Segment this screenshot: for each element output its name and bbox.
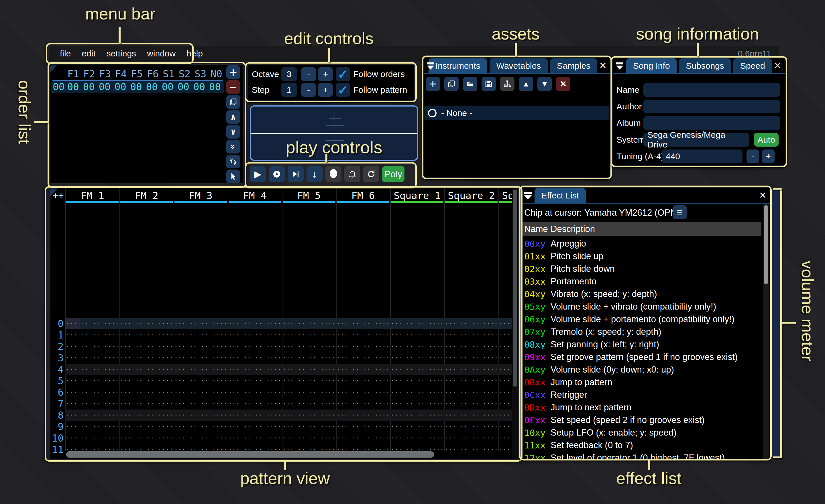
screenshot-root: fileeditsettingswindowhelp 0.6pre11 F1F2… — [0, 0, 825, 504]
annotation-order-list-box — [48, 62, 246, 188]
oscilloscope-tick — [329, 118, 341, 118]
annotation-leader-line — [325, 154, 327, 162]
annotation-leader-line — [34, 121, 48, 123]
annotation-edit-controls-box — [245, 62, 417, 102]
volume-meter — [772, 189, 778, 458]
annotation-pattern-view-box — [45, 186, 523, 461]
annotation-order-list-label: order list — [15, 80, 34, 144]
annotation-assets-box — [422, 56, 612, 179]
annotation-play-controls-label: play controls — [286, 138, 382, 157]
annotation-menu-bar-box — [46, 43, 194, 64]
annotation-leader-line — [648, 460, 650, 470]
annotation-leader-line — [515, 43, 517, 56]
oscilloscope: play controls — [250, 105, 418, 161]
annotation-volume-meter-bracket — [773, 456, 781, 458]
annotation-volume-meter-bracket — [782, 322, 796, 324]
annotation-play-buttons-box — [245, 162, 417, 188]
annotation-menu-bar-label: menu bar — [85, 4, 155, 23]
annotation-leader-line — [119, 27, 121, 43]
annotation-leader-line — [328, 48, 330, 62]
annotation-leader-line — [284, 461, 286, 470]
oscilloscope-baseline — [251, 133, 417, 134]
annotation-edit-controls-label: edit controls — [284, 29, 374, 48]
annotation-leader-line — [697, 43, 699, 56]
annotation-effect-list-box — [519, 185, 772, 460]
annotation-pattern-view-label: pattern view — [240, 469, 330, 488]
annotation-song-information-label: song information — [636, 24, 759, 43]
annotation-volume-meter-bracket — [773, 188, 781, 189]
annotation-effect-list-label: effect list — [616, 469, 681, 488]
oscilloscope-tick — [326, 125, 344, 126]
annotation-assets-label: assets — [492, 24, 540, 43]
annotation-song-info-box — [611, 56, 787, 167]
annotation-volume-meter-label: volume meter — [798, 261, 817, 361]
